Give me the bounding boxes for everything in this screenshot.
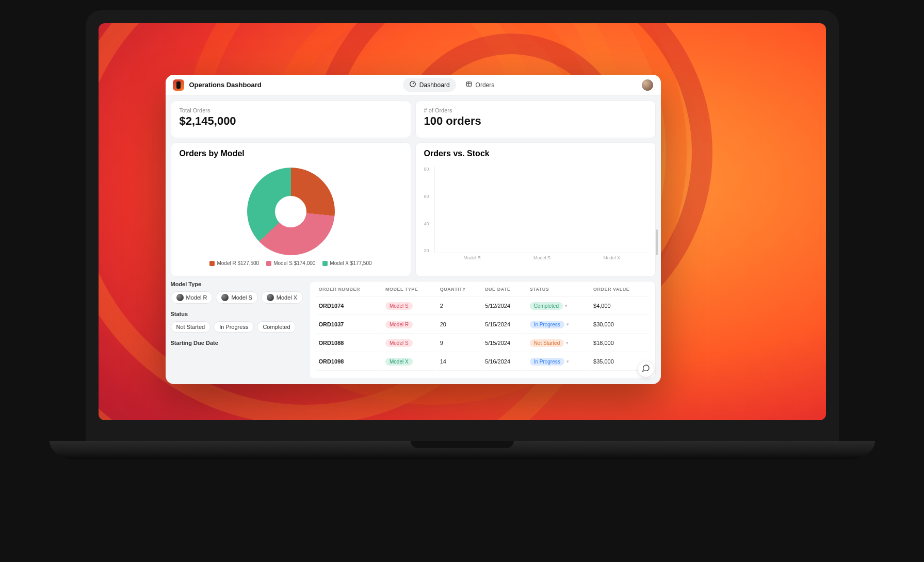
cell-model: Model R	[382, 316, 436, 334]
filter-model-type: Model Type Model RModel SModel X	[171, 281, 305, 304]
orders-table: ORDER NUMBERMODEL TYPEQUANTITYDUE DATEST…	[315, 282, 650, 372]
cell-qty: 20	[437, 316, 481, 334]
y-tick: 20	[424, 248, 429, 253]
filter-pill-model[interactable]: Model S	[216, 291, 257, 304]
filter-status: Status Not StartedIn ProgressCompleted	[171, 311, 305, 333]
cell-status[interactable]: Completed▾	[527, 297, 589, 315]
chart-title: Orders by Model	[180, 149, 402, 158]
tab-orders[interactable]: Orders	[459, 78, 501, 92]
table-row[interactable]: ORD1088Model S95/15/2024Not Started▾$18,…	[316, 335, 649, 352]
svg-rect-1	[466, 82, 471, 86]
table-header: MODEL TYPE	[382, 283, 436, 296]
y-tick: 60	[424, 194, 429, 199]
cell-value: $30,000	[590, 316, 649, 334]
filter-pill-status[interactable]: Not Started	[171, 321, 211, 333]
x-axis: Model RModel SModel X	[424, 255, 647, 260]
x-tick: Model R	[437, 255, 507, 260]
model-swatch-icon	[221, 294, 229, 301]
orders-table-card: ORDER NUMBERMODEL TYPEQUANTITYDUE DATEST…	[309, 281, 656, 379]
cell-status[interactable]: In Progress▾	[527, 353, 589, 371]
y-axis: 80604020	[424, 167, 431, 253]
chart-orders-vs-stock: Orders vs. Stock 80604020 Model RModel S…	[415, 142, 656, 276]
screen-bezel: Operations Dashboard Dashboard	[86, 10, 839, 441]
filter-label: Status	[171, 311, 305, 317]
filter-pill-status[interactable]: In Progress	[214, 321, 254, 333]
filter-starting-due-date: Starting Due Date	[171, 340, 305, 346]
y-tick: 80	[424, 167, 429, 172]
chat-icon	[642, 364, 650, 374]
chart-title: Orders vs. Stock	[424, 149, 647, 158]
cell-status[interactable]: In Progress▾	[527, 316, 589, 334]
chat-button[interactable]	[638, 361, 654, 377]
table-header: STATUS	[527, 283, 589, 296]
x-tick: Model X	[577, 255, 646, 260]
desktop-wallpaper: Operations Dashboard Dashboard	[99, 23, 826, 420]
cell-value: $18,000	[590, 335, 649, 352]
chevron-down-icon: ▾	[566, 359, 569, 364]
table-icon	[465, 80, 473, 89]
cell-due: 5/15/2024	[482, 316, 526, 334]
tab-dashboard[interactable]: Dashboard	[403, 78, 456, 92]
table-header: QUANTITY	[437, 283, 481, 296]
y-tick: 40	[424, 221, 429, 226]
legend-item: Model X $177,500	[322, 260, 371, 266]
chart-orders-by-model: Orders by Model Model R $127,500Model S …	[171, 142, 411, 276]
cell-value: $4,000	[590, 297, 649, 315]
bar-chart	[434, 167, 647, 253]
app-window: Operations Dashboard Dashboard	[166, 75, 661, 384]
cell-status[interactable]: Not Started▾	[527, 335, 589, 352]
cell-order: ORD1074	[316, 297, 381, 315]
kpi-value: 100 orders	[424, 114, 647, 128]
cell-model: Model S	[382, 335, 436, 352]
donut-legend: Model R $127,500Model S $174,000Model X …	[180, 260, 402, 266]
cell-due: 5/16/2024	[482, 353, 526, 371]
cell-due: 5/12/2024	[482, 297, 526, 315]
filter-pill-model[interactable]: Model X	[261, 291, 303, 304]
kpi-label: # of Orders	[424, 107, 647, 113]
cell-order: ORD1098	[316, 353, 381, 371]
laptop-mockup: Operations Dashboard Dashboard	[86, 10, 839, 459]
table-row[interactable]: ORD1098Model X145/16/2024In Progress▾$35…	[316, 353, 649, 371]
nav-tabs: Dashboard Orders	[403, 78, 500, 92]
kpi-label: Total Orders	[180, 107, 402, 113]
legend-item: Model R $127,500	[209, 260, 259, 266]
filter-label: Model Type	[171, 281, 305, 287]
donut-chart	[247, 168, 335, 255]
kpi-value: $2,145,000	[180, 114, 402, 128]
kpi-num-orders: # of Orders 100 orders	[415, 101, 656, 138]
table-row[interactable]: ORD1037Model R205/15/2024In Progress▾$30…	[316, 316, 649, 334]
kpi-total-orders: Total Orders $2,145,000	[171, 101, 411, 138]
table-header: DUE DATE	[482, 283, 526, 296]
cell-due: 5/15/2024	[482, 335, 526, 352]
app-title: Operations Dashboard	[189, 81, 262, 89]
content-area: Total Orders $2,145,000 # of Orders 100 …	[166, 95, 661, 384]
app-icon	[173, 79, 184, 91]
cell-qty: 2	[437, 297, 481, 315]
table-header: ORDER NUMBER	[316, 283, 381, 296]
gauge-icon	[409, 80, 416, 89]
cell-order: ORD1088	[316, 335, 381, 352]
table-header: ORDER VALUE	[590, 283, 649, 296]
cell-model: Model S	[382, 297, 436, 315]
table-row[interactable]: ORD1074Model S25/12/2024Completed▾$4,000	[316, 297, 649, 315]
filter-label: Starting Due Date	[171, 340, 305, 346]
chevron-down-icon: ▾	[566, 322, 569, 327]
x-tick: Model S	[507, 255, 577, 260]
scrollbar-handle[interactable]	[656, 229, 658, 255]
filter-pill-status[interactable]: Completed	[257, 321, 296, 333]
tab-label: Orders	[476, 81, 495, 89]
legend-item: Model S $174,000	[266, 260, 315, 266]
model-swatch-icon	[176, 294, 184, 301]
titlebar: Operations Dashboard Dashboard	[166, 75, 661, 95]
filter-pill-model[interactable]: Model R	[171, 291, 213, 304]
cell-order: ORD1037	[316, 316, 381, 334]
model-swatch-icon	[267, 294, 274, 301]
laptop-base	[50, 441, 875, 459]
cell-qty: 14	[437, 353, 481, 371]
chevron-down-icon: ▾	[566, 340, 569, 345]
user-avatar[interactable]	[642, 79, 653, 91]
filters-panel: Model Type Model RModel SModel X Status …	[171, 281, 305, 379]
tab-label: Dashboard	[419, 81, 450, 89]
cell-model: Model X	[382, 353, 436, 371]
chevron-down-icon: ▾	[565, 303, 568, 308]
